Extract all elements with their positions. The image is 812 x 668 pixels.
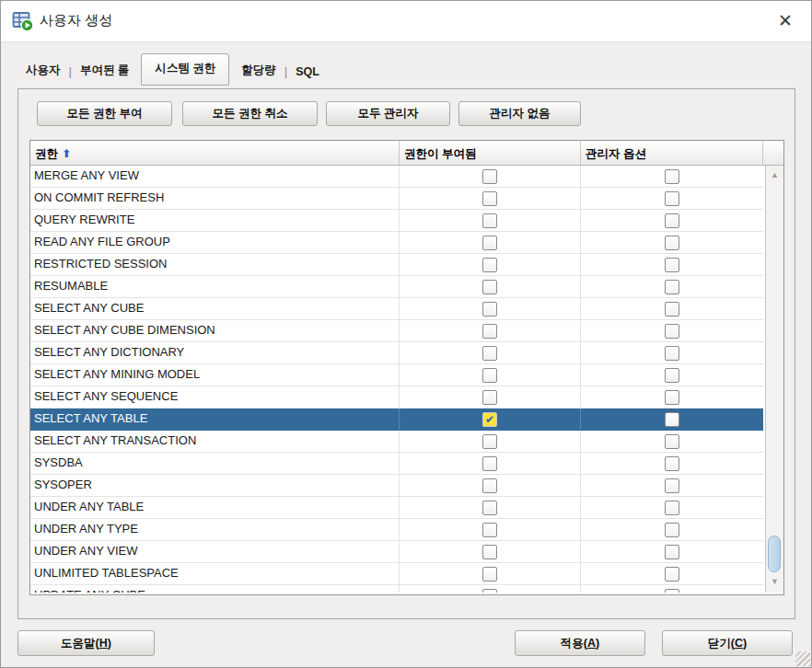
granted-checkbox[interactable]: [482, 478, 497, 493]
scroll-up-icon[interactable]: ▲: [766, 167, 783, 182]
tab-2[interactable]: 시스템 권한: [141, 53, 229, 86]
dialog-title: 사용자 생성: [40, 12, 112, 29]
admin-option-checkbox[interactable]: [665, 456, 679, 471]
resize-grip[interactable]: [795, 651, 810, 666]
granted-checkbox[interactable]: [482, 434, 497, 449]
tab-0[interactable]: 사용자: [17, 56, 69, 86]
admin-option-checkbox[interactable]: [665, 390, 679, 405]
tab-4[interactable]: SQL: [287, 59, 328, 86]
granted-checkbox[interactable]: [482, 456, 497, 471]
granted-checkbox[interactable]: [482, 169, 497, 184]
granted-checkbox[interactable]: [482, 213, 497, 228]
column-header-privilege[interactable]: 권한⬆: [30, 141, 400, 165]
granted-checkbox[interactable]: [482, 368, 497, 383]
admin-option-checkbox[interactable]: [665, 567, 679, 582]
table-row[interactable]: SELECT ANY TRANSACTION: [30, 431, 763, 453]
admin-option-checkbox[interactable]: [665, 213, 679, 228]
privilege-name: QUERY REWRITE: [30, 210, 400, 231]
granted-checkbox[interactable]: ✔: [482, 412, 497, 427]
close-button[interactable]: 닫기(C): [662, 630, 793, 656]
admin-option-checkbox[interactable]: [665, 302, 679, 317]
table-row[interactable]: SELECT ANY CUBE: [30, 298, 763, 320]
admin-option-checkbox[interactable]: [665, 523, 679, 537]
table-row[interactable]: SELECT ANY CUBE DIMENSION: [30, 320, 763, 342]
vertical-scrollbar[interactable]: ▲ ▼: [765, 166, 783, 593]
admin-option-checkbox[interactable]: [665, 346, 679, 361]
privilege-name: MERGE ANY VIEW: [30, 166, 400, 187]
table-row[interactable]: UNDER ANY TYPE: [30, 519, 763, 541]
admin-option-cell: [581, 254, 763, 275]
admin-option-checkbox[interactable]: [665, 589, 679, 593]
admin-option-checkbox[interactable]: [665, 412, 679, 427]
admin-option-checkbox[interactable]: [665, 236, 679, 250]
granted-cell: [400, 585, 581, 593]
table-row[interactable]: SYSOPER: [30, 475, 763, 497]
granted-checkbox[interactable]: [482, 258, 497, 272]
granted-checkbox[interactable]: [482, 567, 497, 582]
column-header-granted[interactable]: 권한이 부여됨: [400, 141, 581, 165]
admin-option-cell: [581, 453, 763, 474]
admin-option-checkbox[interactable]: [665, 191, 679, 206]
admin-option-checkbox[interactable]: [665, 501, 679, 515]
table-body: MERGE ANY VIEWON COMMIT REFRESHQUERY REW…: [30, 166, 763, 593]
table-row[interactable]: SELECT ANY TABLE✔: [30, 409, 763, 431]
granted-checkbox[interactable]: [482, 501, 497, 515]
scroll-down-icon[interactable]: ▼: [766, 574, 783, 589]
table-row[interactable]: RESUMABLE: [30, 276, 763, 298]
table-row[interactable]: UPDATE ANY CUBE: [30, 585, 763, 593]
granted-cell: [400, 254, 581, 275]
help-button[interactable]: 도움말(H): [17, 630, 155, 656]
admin-option-checkbox[interactable]: [665, 258, 679, 272]
granted-cell: [400, 364, 581, 386]
apply-button[interactable]: 적용(A): [515, 630, 645, 656]
admin-option-cell: [581, 497, 763, 518]
privilege-name: UNDER ANY TYPE: [30, 519, 400, 540]
admin-option-checkbox[interactable]: [665, 478, 679, 493]
granted-checkbox[interactable]: [482, 324, 497, 339]
column-header-admin-option[interactable]: 관리자 옵션: [581, 141, 763, 165]
granted-checkbox[interactable]: [482, 390, 497, 405]
table-row[interactable]: SELECT ANY MINING MODEL: [30, 364, 763, 386]
privilege-name: READ ANY FILE GROUP: [30, 232, 400, 253]
granted-checkbox[interactable]: [482, 302, 497, 317]
granted-checkbox[interactable]: [482, 280, 497, 294]
admin-option-checkbox[interactable]: [665, 434, 679, 449]
granted-checkbox[interactable]: [482, 545, 497, 559]
table-row[interactable]: ON COMMIT REFRESH: [30, 188, 763, 210]
admin-option-checkbox[interactable]: [665, 545, 679, 559]
granted-checkbox[interactable]: [482, 236, 497, 250]
table-row[interactable]: RESTRICTED SESSION: [30, 254, 763, 276]
table-row[interactable]: SYSDBA: [30, 453, 763, 475]
tab-1[interactable]: 부여된 롤: [72, 56, 137, 86]
admin-option-checkbox[interactable]: [665, 324, 679, 339]
granted-checkbox[interactable]: [482, 523, 497, 537]
table-row[interactable]: UNLIMITED TABLESPACE: [30, 563, 763, 585]
granted-checkbox[interactable]: [482, 191, 497, 206]
admin-none-button[interactable]: 관리자 없음: [458, 101, 581, 126]
granted-checkbox[interactable]: [482, 346, 497, 361]
granted-cell: [400, 475, 581, 496]
admin-option-cell: [581, 166, 763, 187]
granted-checkbox[interactable]: [482, 589, 497, 593]
admin-all-button[interactable]: 모두 관리자: [326, 101, 450, 126]
table-row[interactable]: UNDER ANY VIEW: [30, 541, 763, 563]
privileges-table: 권한⬆ 권한이 부여됨 관리자 옵션 MERGE ANY VIEWON COMM…: [29, 140, 784, 595]
admin-option-checkbox[interactable]: [665, 169, 679, 184]
admin-option-checkbox[interactable]: [665, 280, 679, 294]
table-row[interactable]: UNDER ANY TABLE: [30, 497, 763, 519]
scrollbar-thumb[interactable]: [768, 536, 781, 572]
close-icon[interactable]: ✕: [772, 8, 798, 34]
table-row[interactable]: SELECT ANY DICTIONARY: [30, 342, 763, 364]
granted-cell: [400, 386, 581, 408]
column-header-spacer: [763, 141, 782, 165]
label-part: ): [743, 637, 747, 650]
tab-3[interactable]: 할당량: [233, 56, 284, 86]
table-row[interactable]: QUERY REWRITE: [30, 210, 763, 232]
admin-option-checkbox[interactable]: [665, 368, 679, 383]
grant-all-button[interactable]: 모든 권한 부여: [37, 101, 172, 126]
table-row[interactable]: MERGE ANY VIEW: [30, 166, 763, 188]
revoke-all-button[interactable]: 모든 권한 취소: [182, 101, 318, 126]
table-row[interactable]: SELECT ANY SEQUENCE: [30, 386, 763, 409]
table-row[interactable]: READ ANY FILE GROUP: [30, 232, 763, 254]
admin-option-cell: [581, 188, 763, 209]
